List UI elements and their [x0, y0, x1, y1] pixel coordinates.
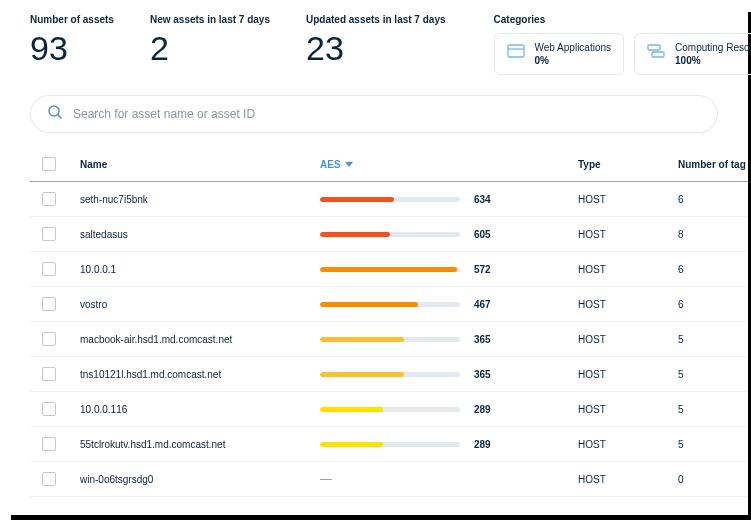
svg-line-7: [58, 115, 61, 118]
table-row[interactable]: 55tclrokutv.hsd1.md.comcast.net289HOST5: [30, 427, 748, 462]
asset-name: seth-nuc7i5bnk: [80, 194, 320, 205]
table-row[interactable]: vostro467HOST6: [30, 287, 748, 322]
aes-bar: [320, 407, 460, 412]
asset-tags: 5: [678, 439, 748, 450]
asset-tags: 5: [678, 404, 748, 415]
search-bar[interactable]: [30, 95, 718, 133]
stat-updated-label: Updated assets in last 7 days: [306, 14, 446, 25]
row-checkbox[interactable]: [42, 297, 56, 311]
table-row[interactable]: seth-nuc7i5bnk634HOST6: [30, 182, 748, 217]
asset-name: saltedasus: [80, 229, 320, 240]
aes-empty: —: [320, 472, 332, 486]
row-checkbox[interactable]: [42, 367, 56, 381]
aes-cell: 467: [320, 299, 578, 310]
aes-bar: [320, 442, 460, 447]
row-checkbox[interactable]: [42, 192, 56, 206]
aes-bar: [320, 302, 460, 307]
table-row[interactable]: saltedasus605HOST8: [30, 217, 748, 252]
categories-label: Categories: [494, 14, 751, 25]
col-tags[interactable]: Number of tag: [678, 159, 748, 170]
search-icon: [47, 104, 63, 124]
aes-bar: [320, 197, 460, 202]
search-input[interactable]: [73, 107, 701, 121]
stat-total: Number of assets 93: [30, 14, 114, 65]
table-row[interactable]: win-0o6tsgrsdg0—HOST0: [30, 462, 748, 497]
asset-name: 55tclrokutv.hsd1.md.comcast.net: [80, 439, 320, 450]
row-checkbox[interactable]: [42, 472, 56, 486]
table-header: Name AES Type Number of tag: [30, 147, 748, 182]
stat-updated: Updated assets in last 7 days 23: [306, 14, 446, 65]
asset-name: macbook-air.hsd1.md.comcast.net: [80, 334, 320, 345]
web-app-icon: [507, 42, 525, 60]
select-all-checkbox[interactable]: [42, 157, 56, 171]
aes-value: 634: [474, 194, 491, 205]
asset-name: tns10121l.hsd1.md.comcast.net: [80, 369, 320, 380]
col-name[interactable]: Name: [80, 159, 320, 170]
row-checkbox[interactable]: [42, 437, 56, 451]
aes-cell: 289: [320, 439, 578, 450]
aes-value: 289: [474, 439, 491, 450]
asset-tags: 0: [678, 474, 748, 485]
table-row[interactable]: macbook-air.hsd1.md.comcast.net365HOST5: [30, 322, 748, 357]
asset-tags: 8: [678, 229, 748, 240]
aes-cell: 289: [320, 404, 578, 415]
aes-cell: 605: [320, 229, 578, 240]
aes-value: 467: [474, 299, 491, 310]
category-name: Computing Resources: [675, 42, 751, 53]
row-checkbox[interactable]: [42, 262, 56, 276]
stat-updated-value: 23: [306, 31, 446, 65]
computing-icon: [647, 42, 665, 60]
asset-type: HOST: [578, 404, 678, 415]
category-pct: 100%: [675, 55, 751, 66]
row-checkbox[interactable]: [42, 402, 56, 416]
aes-cell: —: [320, 472, 578, 486]
stat-new-value: 2: [150, 31, 270, 65]
aes-bar: [320, 372, 460, 377]
asset-name: 10.0.0.1: [80, 264, 320, 275]
stat-new-label: New assets in last 7 days: [150, 14, 270, 25]
asset-name: 10.0.0.116: [80, 404, 320, 415]
category-name: Web Applications: [535, 42, 612, 53]
asset-tags: 6: [678, 264, 748, 275]
asset-type: HOST: [578, 474, 678, 485]
asset-type: HOST: [578, 299, 678, 310]
svg-rect-3: [652, 52, 664, 57]
aes-bar: [320, 232, 460, 237]
aes-value: 289: [474, 404, 491, 415]
asset-tags: 5: [678, 334, 748, 345]
stat-total-value: 93: [30, 31, 114, 65]
aes-value: 365: [474, 334, 491, 345]
row-checkbox[interactable]: [42, 227, 56, 241]
aes-bar: [320, 267, 460, 272]
stat-new: New assets in last 7 days 2: [150, 14, 270, 65]
asset-type: HOST: [578, 229, 678, 240]
asset-name: vostro: [80, 299, 320, 310]
table-row[interactable]: 10.0.0.1572HOST6: [30, 252, 748, 287]
asset-type: HOST: [578, 264, 678, 275]
col-type[interactable]: Type: [578, 159, 678, 170]
row-checkbox[interactable]: [42, 332, 56, 346]
category-pct: 0%: [535, 55, 612, 66]
aes-bar: [320, 337, 460, 342]
asset-name: win-0o6tsgrsdg0: [80, 474, 320, 485]
asset-type: HOST: [578, 369, 678, 380]
table-row[interactable]: 10.0.0.116289HOST5: [30, 392, 748, 427]
category-card-web-apps[interactable]: Web Applications 0%: [494, 33, 625, 75]
asset-tags: 6: [678, 194, 748, 205]
table-row[interactable]: tns10121l.hsd1.md.comcast.net365HOST5: [30, 357, 748, 392]
col-aes-label: AES: [320, 159, 341, 170]
sort-desc-icon: [345, 162, 353, 167]
asset-tags: 5: [678, 369, 748, 380]
asset-type: HOST: [578, 439, 678, 450]
aes-cell: 365: [320, 334, 578, 345]
asset-type: HOST: [578, 194, 678, 205]
categories-block: Categories Web Applications 0%: [494, 14, 751, 75]
col-aes[interactable]: AES: [320, 159, 578, 170]
aes-cell: 365: [320, 369, 578, 380]
stats-row: Number of assets 93 New assets in last 7…: [30, 14, 748, 75]
asset-table: Name AES Type Number of tag seth-nuc7i5b…: [30, 147, 748, 497]
asset-tags: 6: [678, 299, 748, 310]
aes-value: 605: [474, 229, 491, 240]
category-card-computing[interactable]: Computing Resources 100%: [634, 33, 751, 75]
aes-cell: 634: [320, 194, 578, 205]
